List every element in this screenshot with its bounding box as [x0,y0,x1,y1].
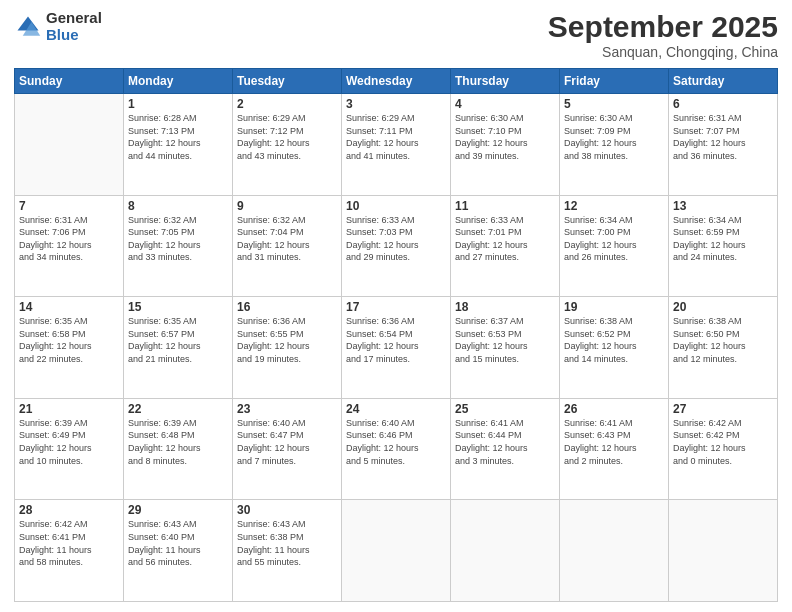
day-number: 19 [564,300,664,314]
logo-blue: Blue [46,27,102,44]
table-row: 15Sunrise: 6:35 AM Sunset: 6:57 PM Dayli… [124,297,233,399]
table-row: 20Sunrise: 6:38 AM Sunset: 6:50 PM Dayli… [669,297,778,399]
day-info: Sunrise: 6:28 AM Sunset: 7:13 PM Dayligh… [128,112,228,162]
table-row: 30Sunrise: 6:43 AM Sunset: 6:38 PM Dayli… [233,500,342,602]
day-info: Sunrise: 6:38 AM Sunset: 6:52 PM Dayligh… [564,315,664,365]
table-row: 28Sunrise: 6:42 AM Sunset: 6:41 PM Dayli… [15,500,124,602]
table-row: 12Sunrise: 6:34 AM Sunset: 7:00 PM Dayli… [560,195,669,297]
day-info: Sunrise: 6:33 AM Sunset: 7:03 PM Dayligh… [346,214,446,264]
table-row: 27Sunrise: 6:42 AM Sunset: 6:42 PM Dayli… [669,398,778,500]
table-row: 8Sunrise: 6:32 AM Sunset: 7:05 PM Daylig… [124,195,233,297]
day-info: Sunrise: 6:38 AM Sunset: 6:50 PM Dayligh… [673,315,773,365]
day-number: 18 [455,300,555,314]
day-info: Sunrise: 6:43 AM Sunset: 6:40 PM Dayligh… [128,518,228,568]
col-thursday: Thursday [451,69,560,94]
col-monday: Monday [124,69,233,94]
day-info: Sunrise: 6:35 AM Sunset: 6:58 PM Dayligh… [19,315,119,365]
day-info: Sunrise: 6:36 AM Sunset: 6:55 PM Dayligh… [237,315,337,365]
table-row: 26Sunrise: 6:41 AM Sunset: 6:43 PM Dayli… [560,398,669,500]
day-info: Sunrise: 6:42 AM Sunset: 6:42 PM Dayligh… [673,417,773,467]
day-number: 11 [455,199,555,213]
day-number: 1 [128,97,228,111]
table-row: 3Sunrise: 6:29 AM Sunset: 7:11 PM Daylig… [342,94,451,196]
day-number: 14 [19,300,119,314]
calendar-header-row: Sunday Monday Tuesday Wednesday Thursday… [15,69,778,94]
day-info: Sunrise: 6:40 AM Sunset: 6:46 PM Dayligh… [346,417,446,467]
day-info: Sunrise: 6:32 AM Sunset: 7:05 PM Dayligh… [128,214,228,264]
table-row: 21Sunrise: 6:39 AM Sunset: 6:49 PM Dayli… [15,398,124,500]
day-info: Sunrise: 6:36 AM Sunset: 6:54 PM Dayligh… [346,315,446,365]
table-row: 2Sunrise: 6:29 AM Sunset: 7:12 PM Daylig… [233,94,342,196]
logo-icon [14,13,42,41]
day-number: 5 [564,97,664,111]
day-number: 27 [673,402,773,416]
table-row: 23Sunrise: 6:40 AM Sunset: 6:47 PM Dayli… [233,398,342,500]
day-number: 23 [237,402,337,416]
day-info: Sunrise: 6:34 AM Sunset: 6:59 PM Dayligh… [673,214,773,264]
calendar-week-row: 1Sunrise: 6:28 AM Sunset: 7:13 PM Daylig… [15,94,778,196]
logo-text: General Blue [46,10,102,43]
calendar-week-row: 14Sunrise: 6:35 AM Sunset: 6:58 PM Dayli… [15,297,778,399]
table-row [342,500,451,602]
calendar-week-row: 28Sunrise: 6:42 AM Sunset: 6:41 PM Dayli… [15,500,778,602]
table-row: 4Sunrise: 6:30 AM Sunset: 7:10 PM Daylig… [451,94,560,196]
table-row: 22Sunrise: 6:39 AM Sunset: 6:48 PM Dayli… [124,398,233,500]
table-row: 25Sunrise: 6:41 AM Sunset: 6:44 PM Dayli… [451,398,560,500]
table-row: 6Sunrise: 6:31 AM Sunset: 7:07 PM Daylig… [669,94,778,196]
day-number: 17 [346,300,446,314]
header: General Blue September 2025 Sanquan, Cho… [14,10,778,60]
day-number: 4 [455,97,555,111]
day-number: 15 [128,300,228,314]
day-info: Sunrise: 6:33 AM Sunset: 7:01 PM Dayligh… [455,214,555,264]
table-row: 1Sunrise: 6:28 AM Sunset: 7:13 PM Daylig… [124,94,233,196]
day-number: 13 [673,199,773,213]
day-info: Sunrise: 6:30 AM Sunset: 7:10 PM Dayligh… [455,112,555,162]
calendar-week-row: 21Sunrise: 6:39 AM Sunset: 6:49 PM Dayli… [15,398,778,500]
calendar-table: Sunday Monday Tuesday Wednesday Thursday… [14,68,778,602]
col-wednesday: Wednesday [342,69,451,94]
month-title: September 2025 [548,10,778,44]
logo: General Blue [14,10,102,43]
day-info: Sunrise: 6:32 AM Sunset: 7:04 PM Dayligh… [237,214,337,264]
table-row: 13Sunrise: 6:34 AM Sunset: 6:59 PM Dayli… [669,195,778,297]
day-info: Sunrise: 6:31 AM Sunset: 7:06 PM Dayligh… [19,214,119,264]
day-info: Sunrise: 6:31 AM Sunset: 7:07 PM Dayligh… [673,112,773,162]
calendar-week-row: 7Sunrise: 6:31 AM Sunset: 7:06 PM Daylig… [15,195,778,297]
table-row: 7Sunrise: 6:31 AM Sunset: 7:06 PM Daylig… [15,195,124,297]
day-number: 16 [237,300,337,314]
day-info: Sunrise: 6:30 AM Sunset: 7:09 PM Dayligh… [564,112,664,162]
day-info: Sunrise: 6:29 AM Sunset: 7:11 PM Dayligh… [346,112,446,162]
col-friday: Friday [560,69,669,94]
table-row: 16Sunrise: 6:36 AM Sunset: 6:55 PM Dayli… [233,297,342,399]
day-number: 2 [237,97,337,111]
day-info: Sunrise: 6:43 AM Sunset: 6:38 PM Dayligh… [237,518,337,568]
table-row: 14Sunrise: 6:35 AM Sunset: 6:58 PM Dayli… [15,297,124,399]
table-row [560,500,669,602]
day-number: 24 [346,402,446,416]
table-row: 5Sunrise: 6:30 AM Sunset: 7:09 PM Daylig… [560,94,669,196]
day-number: 3 [346,97,446,111]
day-info: Sunrise: 6:39 AM Sunset: 6:49 PM Dayligh… [19,417,119,467]
col-saturday: Saturday [669,69,778,94]
location-subtitle: Sanquan, Chongqing, China [548,44,778,60]
day-number: 29 [128,503,228,517]
day-number: 25 [455,402,555,416]
day-number: 28 [19,503,119,517]
day-info: Sunrise: 6:34 AM Sunset: 7:00 PM Dayligh… [564,214,664,264]
table-row: 24Sunrise: 6:40 AM Sunset: 6:46 PM Dayli… [342,398,451,500]
day-number: 22 [128,402,228,416]
day-number: 7 [19,199,119,213]
day-info: Sunrise: 6:40 AM Sunset: 6:47 PM Dayligh… [237,417,337,467]
table-row: 17Sunrise: 6:36 AM Sunset: 6:54 PM Dayli… [342,297,451,399]
day-info: Sunrise: 6:41 AM Sunset: 6:43 PM Dayligh… [564,417,664,467]
day-number: 21 [19,402,119,416]
day-number: 9 [237,199,337,213]
table-row: 29Sunrise: 6:43 AM Sunset: 6:40 PM Dayli… [124,500,233,602]
day-info: Sunrise: 6:35 AM Sunset: 6:57 PM Dayligh… [128,315,228,365]
day-info: Sunrise: 6:39 AM Sunset: 6:48 PM Dayligh… [128,417,228,467]
table-row [669,500,778,602]
day-number: 30 [237,503,337,517]
day-info: Sunrise: 6:42 AM Sunset: 6:41 PM Dayligh… [19,518,119,568]
table-row: 18Sunrise: 6:37 AM Sunset: 6:53 PM Dayli… [451,297,560,399]
title-block: September 2025 Sanquan, Chongqing, China [548,10,778,60]
